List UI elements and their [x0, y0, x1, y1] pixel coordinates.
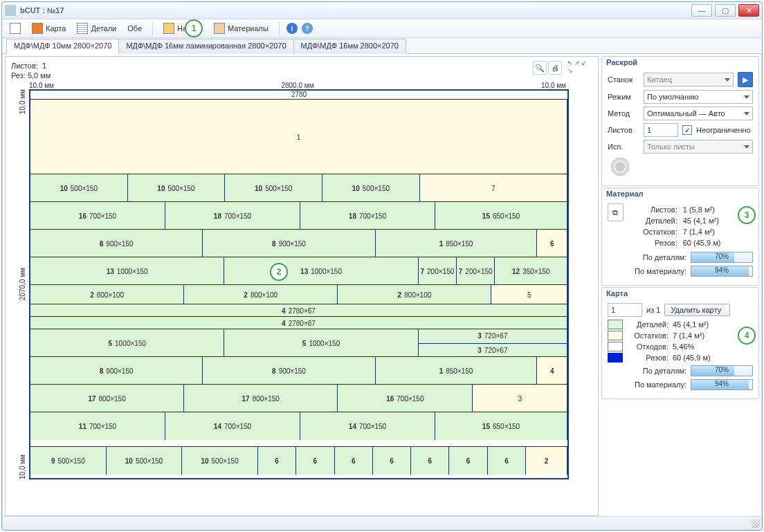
status-bar	[3, 516, 761, 529]
app-icon	[5, 5, 16, 16]
h-ruler: 10,0 мм 2800,0 мм 10,0 мм	[29, 82, 566, 89]
toolbar-btn-details[interactable]: Детали	[73, 21, 120, 36]
toolbar-btn-both[interactable]: Обе	[124, 22, 145, 35]
saw-icon[interactable]	[608, 156, 633, 177]
panel-title: Карта	[602, 288, 758, 299]
sheet-icon	[10, 23, 21, 34]
separator	[152, 22, 153, 35]
materials-icon	[214, 23, 225, 34]
tab-bar: МДФ\МДФ 10мм 2800×2070 МДФ\МДФ 16мм лами…	[2, 38, 762, 54]
delete-map-button[interactable]: Удалить карту	[664, 304, 730, 316]
use-select[interactable]: Только листы	[644, 140, 753, 154]
map-bymat-bar: 94%	[691, 379, 753, 390]
help-icon[interactable]: ?	[302, 23, 313, 34]
toolbar: Карта Детали Обе Настро Материалы i ? 1	[2, 19, 762, 38]
map-of-label: из 1	[646, 306, 660, 314]
legend-waste-swatch	[608, 342, 623, 351]
separator	[279, 22, 280, 35]
close-button[interactable]: ✕	[738, 4, 759, 17]
callout-1: 1	[185, 19, 203, 37]
both-label: Обе	[127, 24, 142, 33]
window-title: bCUT : №17	[20, 6, 691, 15]
panel-cut: Раскрой СтанокКитаец▶ РежимПо умолчанию …	[601, 56, 759, 186]
canvas-pane: Листов: 1 Рез: 5,0 мм 🔍 🖨 ↖↗↙↘ 10,0 мм	[5, 56, 599, 516]
gear-icon	[163, 23, 174, 34]
method-select[interactable]: Оптимальный — Авто	[644, 107, 753, 120]
legend-cuts-swatch	[608, 353, 623, 363]
details-icon	[77, 23, 88, 34]
panel-material: Материал ⧉ Листов:1 (5,8 м²) Деталей:45 …	[601, 187, 759, 286]
run-icon[interactable]: ▶	[738, 72, 753, 87]
fit-arrows[interactable]: ↖↗↙↘	[567, 61, 592, 75]
callout-3: 3	[738, 206, 756, 224]
sheet-info: Листов: 1 Рез: 5,0 мм	[11, 61, 51, 80]
material-stats: Листов:1 (5,8 м²) Деталей:45 (4,1 м²) Ос…	[628, 203, 753, 249]
toolbar-btn-map[interactable]: Карта	[28, 21, 69, 36]
toolbar-btn-cut[interactable]	[6, 21, 24, 36]
unlimited-label: Неограниченно	[696, 126, 751, 134]
print-icon[interactable]: 🖨	[548, 61, 562, 75]
unlimited-checkbox[interactable]: ✓	[682, 125, 692, 135]
panel-title: Материал	[602, 188, 758, 199]
map-icon	[32, 23, 43, 34]
callout-4: 4	[738, 327, 756, 345]
details-label: Детали	[91, 24, 116, 33]
sheets-spin[interactable]: 1	[644, 123, 678, 137]
info-icon[interactable]: i	[286, 23, 298, 34]
resize-grip-icon[interactable]	[752, 520, 760, 528]
materials-label: Материалы	[228, 24, 269, 33]
toolbar-btn-materials[interactable]: Материалы	[210, 21, 272, 36]
zoom-icon[interactable]: 🔍	[533, 61, 547, 75]
tab-mdf10[interactable]: МДФ\МДФ 10мм 2800×2070	[6, 39, 119, 54]
machine-select[interactable]: Китаец	[644, 73, 734, 86]
top-width-label: 2780	[30, 91, 567, 98]
callout-2: 2	[270, 263, 288, 281]
map-num[interactable]: 1	[608, 303, 642, 317]
copy-icon[interactable]: ⧉	[608, 203, 624, 221]
map-label: Карта	[46, 24, 66, 33]
map-byparts-bar: 70%	[691, 365, 753, 376]
title-bar: bCUT : №17 — ▢ ✕	[2, 2, 762, 19]
cutting-sheet[interactable]: 2780 406 150 150 150 150 100 150 150	[29, 89, 569, 479]
bymat-bar: 94%	[691, 266, 753, 277]
legend-parts-swatch	[608, 320, 623, 329]
mode-select[interactable]: По умолчанию	[644, 90, 753, 104]
tab-mdf16lam[interactable]: МДФ\МДФ 16мм ламинированная 2800×2070	[118, 39, 293, 54]
panel-map: Карта 1 из 1 Удалить карту Деталей:45 (4…	[601, 287, 759, 399]
minimize-button[interactable]: —	[691, 4, 712, 17]
tab-mdf16[interactable]: МДФ\МДФ 16мм 2800×2070	[293, 39, 406, 54]
byparts-bar: 70%	[691, 252, 753, 263]
legend-off-swatch	[608, 331, 623, 340]
maximize-button[interactable]: ▢	[715, 4, 736, 17]
v-ruler: 10,0 мм 2070,0 мм 10,0 мм	[12, 89, 26, 479]
panel-title: Раскрой	[602, 57, 758, 68]
